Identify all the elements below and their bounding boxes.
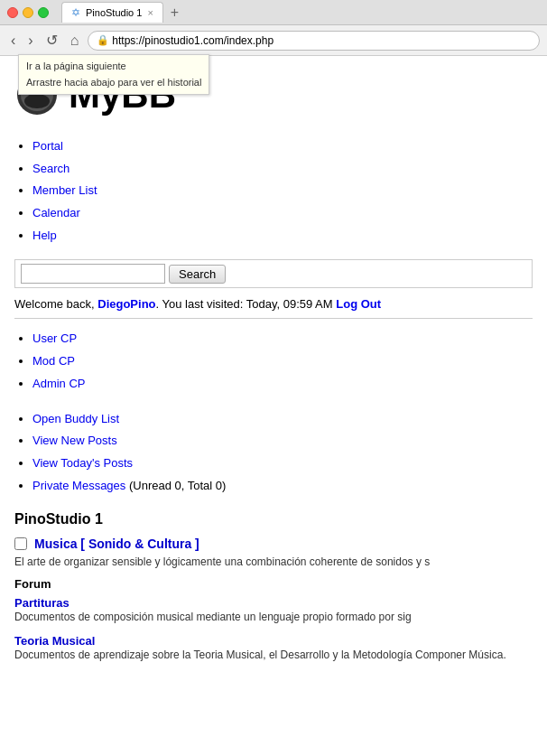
tab-label: PinoStudio 1 <box>86 7 142 18</box>
nav-links: Portal Search Member List Calendar Help <box>14 135 533 247</box>
private-messages-count: (Unread 0, Total 0) <box>125 479 226 492</box>
logout-link[interactable]: Log Out <box>336 297 381 311</box>
forum-item-title-0: Partituras <box>14 596 533 610</box>
category-header: Musica [ Sonido & Cultura ] <box>14 537 533 551</box>
welcome-prefix: Welcome back, <box>14 297 97 311</box>
svg-point-2 <box>24 94 50 108</box>
nav-link-portal[interactable]: Portal <box>32 139 63 153</box>
forum-item-desc-0: Documentos de composición musical median… <box>14 610 533 625</box>
minimize-button[interactable] <box>23 7 33 18</box>
action-new-posts[interactable]: View New Posts <box>32 430 533 453</box>
welcome-middle: . You last visited: Today, 09:59 AM <box>156 297 337 311</box>
traffic-lights <box>7 7 49 18</box>
nav-link-search[interactable]: Search <box>32 162 70 175</box>
category-checkbox[interactable] <box>14 537 27 550</box>
nav-item-memberlist[interactable]: Member List <box>32 180 533 202</box>
lock-icon: 🔒 <box>97 34 109 46</box>
forum-item-desc-1: Documentos de aprendizaje sobre la Teori… <box>14 648 533 663</box>
nav-link-calendar[interactable]: Calendar <box>32 206 80 219</box>
forum-section: PinoStudio 1 Musica [ Sonido & Cultura ]… <box>14 511 533 662</box>
addressbar: ‹ › ↺ ⌂ 🔒 <box>0 25 547 56</box>
tooltip-line1: Ir a la página siguiente <box>26 59 201 75</box>
category-title: Musica [ Sonido & Cultura ] <box>34 537 199 551</box>
cp-item-mod[interactable]: Mod CP <box>32 350 533 373</box>
user-cp-link[interactable]: User CP <box>32 331 77 345</box>
forum-item-1: Teoria Musical Documentos de aprendizaje… <box>14 634 533 663</box>
close-button[interactable] <box>7 7 18 18</box>
forum-item-0: Partituras Documentos de composición mus… <box>14 596 533 625</box>
private-messages-link[interactable]: Private Messages <box>32 479 125 492</box>
new-posts-link[interactable]: View New Posts <box>32 434 117 447</box>
nav-link-help[interactable]: Help <box>32 229 57 242</box>
home-button[interactable]: ⌂ <box>67 31 83 51</box>
titlebar: ✡ PinoStudio 1 × + <box>0 0 547 25</box>
nav-item-portal[interactable]: Portal <box>32 135 533 158</box>
tooltip-box: Ir a la página siguiente Arrastre hacia … <box>18 54 209 95</box>
buddy-list-link[interactable]: Open Buddy List <box>32 412 119 425</box>
category-desc: El arte de organizar sensible y lógicame… <box>14 555 533 570</box>
search-button[interactable]: Search <box>169 265 226 284</box>
category-title-link[interactable]: Musica [ Sonido & Cultura ] <box>34 537 199 551</box>
forum-link-0[interactable]: Partituras <box>14 596 70 610</box>
new-tab-button[interactable]: + <box>167 5 182 21</box>
forward-button[interactable]: › <box>24 31 36 51</box>
admin-cp-link[interactable]: Admin CP <box>32 377 86 390</box>
action-today-posts[interactable]: View Today's Posts <box>32 453 533 475</box>
username-link[interactable]: DiegoPino <box>97 297 155 311</box>
nav-item-help[interactable]: Help <box>32 225 533 247</box>
tab-favicon: ✡ <box>71 6 80 19</box>
cp-links: User CP Mod CP Admin CP <box>14 328 533 395</box>
nav-item-search[interactable]: Search <box>32 158 533 181</box>
url-input[interactable] <box>88 31 540 51</box>
cp-item-admin[interactable]: Admin CP <box>32 373 533 396</box>
back-button[interactable]: ‹ <box>7 31 19 51</box>
welcome-bar: Welcome back, DiegoPino. You last visite… <box>14 297 533 319</box>
action-buddy-list[interactable]: Open Buddy List <box>32 408 533 431</box>
forum-category-0: Musica [ Sonido & Cultura ] El arte de o… <box>14 537 533 662</box>
forum-label: Forum <box>14 577 533 591</box>
action-links: Open Buddy List View New Posts View Toda… <box>14 408 533 498</box>
page-content: MyBB Portal Search Member List Calendar … <box>0 56 547 683</box>
forum-link-1[interactable]: Teoria Musical <box>14 634 95 648</box>
cp-item-user[interactable]: User CP <box>32 328 533 350</box>
today-posts-link[interactable]: View Today's Posts <box>32 456 133 470</box>
active-tab[interactable]: ✡ PinoStudio 1 × <box>61 2 163 23</box>
maximize-button[interactable] <box>38 7 49 18</box>
mod-cp-link[interactable]: Mod CP <box>32 354 75 368</box>
nav-item-calendar[interactable]: Calendar <box>32 202 533 225</box>
nav-link-memberlist[interactable]: Member List <box>32 183 97 197</box>
site-title: PinoStudio 1 <box>14 511 533 527</box>
tab-area: ✡ PinoStudio 1 × + <box>61 0 540 24</box>
tab-close-icon[interactable]: × <box>147 7 153 18</box>
action-private-messages[interactable]: Private Messages (Unread 0, Total 0) <box>32 475 533 498</box>
tooltip-line2: Arrastre hacia abajo para ver el histori… <box>26 75 201 91</box>
forum-item-title-1: Teoria Musical <box>14 634 533 648</box>
search-input[interactable] <box>21 264 165 284</box>
search-bar: Search <box>14 259 533 288</box>
url-container: 🔒 <box>88 31 540 51</box>
reload-button[interactable]: ↺ <box>42 30 61 51</box>
